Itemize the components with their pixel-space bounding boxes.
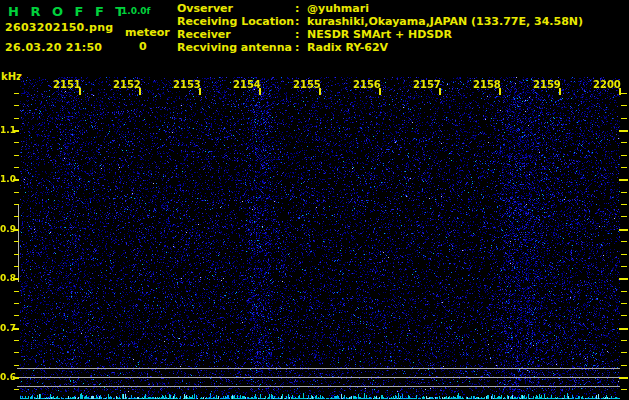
time-axis-label: 2200 — [593, 79, 619, 90]
time-axis-label: 2153 — [173, 79, 199, 90]
time-axis-label: 2156 — [353, 79, 379, 90]
freq-tick-left — [14, 315, 19, 316]
time-axis-label: 2159 — [533, 79, 559, 90]
freq-tick-right — [621, 389, 627, 390]
freq-tick-left — [14, 266, 19, 267]
app-version: 1.0.0f — [121, 6, 151, 16]
freq-tick-left — [14, 365, 19, 366]
carrier-signal-line — [17, 368, 620, 369]
spectrogram-canvas — [20, 77, 620, 399]
freq-tick-right — [621, 303, 627, 304]
info-row-label: Receiving Location — [177, 15, 295, 28]
info-row-label: Receiver — [177, 28, 295, 41]
freq-tick-left — [14, 142, 19, 143]
freq-tick-right — [621, 204, 627, 205]
freq-tick-right — [621, 216, 627, 217]
time-axis-label: 2154 — [233, 79, 259, 90]
freq-tick-left — [14, 303, 19, 304]
freq-tick-right — [619, 130, 628, 132]
freq-tick-right — [621, 315, 627, 316]
freq-tick-right — [619, 278, 628, 280]
time-axis-label: 2151 — [53, 79, 79, 90]
time-axis-label: 2152 — [113, 79, 139, 90]
info-row-separator: : — [295, 2, 307, 15]
freq-tick-left — [14, 204, 19, 205]
info-row: Recviving antenna:Radix RY-62V — [177, 41, 583, 54]
freq-axis-label: 0.8 — [0, 273, 13, 283]
info-row: Receiver:NESDR SMArt + HDSDR — [177, 28, 583, 41]
meteor-counter-value: 0 — [139, 40, 147, 53]
time-axis-label: 2158 — [473, 79, 499, 90]
freq-tick-right — [621, 105, 627, 106]
freq-tick-right — [621, 118, 627, 119]
freq-axis-label: 0.9 — [0, 224, 13, 234]
output-filename: 2603202150.png — [5, 21, 114, 34]
freq-tick-left — [14, 352, 19, 353]
freq-tick-left — [14, 93, 19, 94]
freq-axis-label: 0.6 — [0, 372, 13, 382]
meteor-counter-label: meteor — [125, 26, 170, 39]
freq-tick-left — [14, 192, 19, 193]
freq-axis-label: 1.0 — [0, 174, 13, 184]
freq-tick-right — [621, 340, 627, 341]
freq-tick-left — [14, 105, 19, 106]
time-axis-label: 2157 — [413, 79, 439, 90]
freq-tick-right — [621, 241, 627, 242]
freq-tick-right — [619, 179, 628, 181]
freq-tick-right — [619, 229, 628, 231]
info-row-value: kurashiki,Okayama,JAPAN (133.77E, 34.58N… — [307, 15, 583, 28]
freq-tick-right — [621, 254, 627, 255]
info-row-label: Recviving antenna — [177, 41, 295, 54]
freq-tick-right — [621, 155, 627, 156]
freq-axis-label: 1.1 — [0, 125, 13, 135]
freq-tick-left — [14, 216, 19, 217]
freq-tick-left — [14, 155, 19, 156]
freq-tick-right — [621, 142, 627, 143]
info-row-value: NESDR SMArt + HDSDR — [307, 28, 452, 41]
freq-tick-left — [14, 118, 19, 119]
freq-tick-right — [619, 377, 628, 379]
info-row-value: Radix RY-62V — [307, 41, 388, 54]
freq-tick-right — [621, 352, 627, 353]
freq-axis-unit: kHz — [1, 71, 22, 82]
freq-tick-left — [14, 291, 19, 292]
info-row: Ovserver:@yuhmari — [177, 2, 583, 15]
info-row-separator: : — [295, 41, 307, 54]
freq-tick-left — [14, 241, 19, 242]
freq-tick-right — [621, 192, 627, 193]
freq-tick-left — [14, 389, 19, 390]
freq-tick-right — [619, 328, 628, 330]
info-row-value: @yuhmari — [307, 2, 369, 15]
freq-tick-right — [621, 93, 627, 94]
hrofft-window: H R O F F T 1.0.0f 2603202150.png meteor… — [0, 0, 629, 400]
freq-axis-label: 0.7 — [0, 323, 13, 333]
carrier-signal-line — [17, 377, 620, 378]
freq-tick-left — [14, 167, 19, 168]
station-info: Ovserver:@yuhmariReceiving Location:kura… — [177, 2, 583, 54]
freq-tick-right — [621, 167, 627, 168]
app-title: H R O F F T — [8, 4, 128, 19]
freq-tick-right — [621, 365, 627, 366]
time-axis-label: 2155 — [293, 79, 319, 90]
info-row-separator: : — [295, 15, 307, 28]
carrier-signal-line — [17, 386, 620, 387]
freq-tick-left — [14, 340, 19, 341]
info-row-separator: : — [295, 28, 307, 41]
freq-tick-right — [621, 291, 627, 292]
info-row: Receiving Location:kurashiki,Okayama,JAP… — [177, 15, 583, 28]
freq-tick-right — [621, 266, 627, 267]
info-row-label: Ovserver — [177, 2, 295, 15]
freq-tick-left — [14, 254, 19, 255]
datetime-label: 26.03.20 21:50 — [5, 41, 102, 54]
